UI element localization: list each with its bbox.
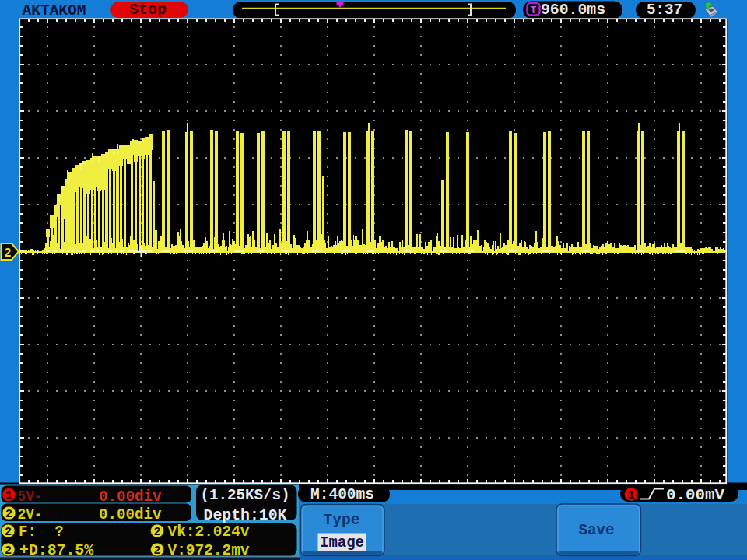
svg-text:(1.25KS/s): (1.25KS/s) (201, 486, 290, 504)
svg-text:1: 1 (5, 489, 12, 502)
svg-text:2: 2 (153, 526, 160, 539)
svg-text:1: 1 (627, 489, 634, 502)
svg-text:Save: Save (579, 521, 615, 539)
svg-text:0.00div: 0.00div (99, 488, 162, 506)
svg-text:Image: Image (320, 534, 364, 551)
svg-text:T: T (531, 5, 537, 16)
svg-text:M:400ms: M:400ms (310, 485, 374, 503)
svg-text:AKTAKOM: AKTAKOM (23, 2, 86, 19)
svg-text:2: 2 (5, 526, 12, 539)
svg-text:5:37: 5:37 (647, 1, 682, 19)
svg-text:5V-: 5V- (18, 488, 43, 506)
svg-text:Stop: Stop (129, 1, 167, 19)
svg-text:Type: Type (324, 511, 360, 529)
svg-text:2V-: 2V- (18, 506, 43, 523)
svg-text:960.0ms: 960.0ms (541, 1, 605, 19)
svg-text:2: 2 (5, 544, 12, 558)
svg-text:F:: F: (19, 523, 37, 541)
svg-text:Vk:2.024v: Vk:2.024v (168, 523, 250, 541)
svg-text:2: 2 (5, 508, 12, 521)
svg-text:Depth:10K: Depth:10K (204, 506, 287, 524)
svg-text:2: 2 (5, 247, 12, 261)
svg-text:0.00div: 0.00div (99, 506, 162, 523)
svg-text:+D:87.5%: +D:87.5% (19, 541, 94, 559)
svg-text:2: 2 (153, 544, 160, 558)
svg-text:V:972.2mv: V:972.2mv (168, 541, 250, 559)
svg-text:?: ? (55, 523, 64, 541)
svg-text:0.00mV: 0.00mV (666, 486, 724, 504)
